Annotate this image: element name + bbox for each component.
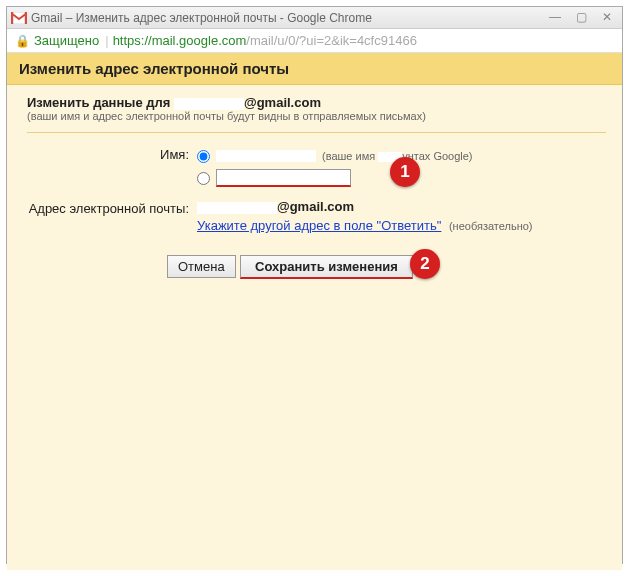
titlebar: Gmail – Изменить адрес электронной почты… (7, 7, 622, 29)
divider (27, 132, 606, 133)
cancel-button[interactable]: Отмена (167, 255, 236, 278)
window-controls: — ▢ ✕ (546, 11, 616, 25)
name-label: Имя: (27, 145, 197, 162)
subtitle-prefix: Изменить данные для (27, 95, 174, 110)
subtitle-note: (ваши имя и адрес электронной почты буду… (27, 110, 606, 122)
redacted-name (174, 98, 244, 110)
reply-to-link[interactable]: Укажите другой адрес в поле "Ответить" (197, 218, 441, 233)
subtitle-email-suffix: @gmail.com (244, 95, 321, 110)
email-label: Адрес электронной почты: (27, 199, 197, 216)
radio-option-custom[interactable] (197, 167, 473, 189)
annotation-1: 1 (390, 157, 420, 187)
svg-rect-1 (11, 12, 13, 24)
radio-custom-name[interactable] (197, 172, 210, 185)
svg-rect-2 (25, 12, 27, 24)
reply-to-optional: (необязательно) (449, 220, 533, 232)
subtitle: Изменить данные для @gmail.com (27, 95, 606, 110)
email-value: @gmail.com (197, 199, 533, 214)
window-title: Gmail – Изменить адрес электронной почты… (31, 11, 546, 25)
page-heading: Изменить адрес электронной почты (7, 53, 622, 85)
redacted-email-local (197, 202, 277, 214)
name-row: Имя: (ваше имя унтах Google) (27, 145, 606, 189)
gmail-icon (11, 12, 27, 24)
redacted-default-name (216, 150, 316, 162)
close-icon[interactable]: ✕ (598, 11, 616, 25)
maximize-icon[interactable]: ▢ (572, 11, 590, 25)
url-host: https://mail.google.com (113, 33, 247, 48)
email-row: Адрес электронной почты: @gmail.com Укаж… (27, 199, 606, 233)
reply-to-row: Укажите другой адрес в поле "Ответить" (… (197, 218, 533, 233)
custom-name-input[interactable] (216, 169, 351, 187)
save-button[interactable]: Сохранить изменения (240, 255, 413, 279)
url-path: /mail/u/0/?ui=2&ik=4cfc91466 (246, 33, 417, 48)
radio-default-name[interactable] (197, 150, 210, 163)
button-row: Отмена Сохранить изменения (167, 255, 606, 279)
annotation-2: 2 (410, 249, 440, 279)
browser-window: Gmail – Изменить адрес электронной почты… (6, 6, 623, 564)
url-separator: | (105, 33, 108, 48)
radio-option-default[interactable]: (ваше имя унтах Google) (197, 145, 473, 167)
content-area: Изменить данные для @gmail.com (ваши имя… (7, 85, 622, 570)
secure-label: Защищено (34, 33, 99, 48)
address-bar[interactable]: 🔒 Защищено | https://mail.google.com/mai… (7, 29, 622, 53)
lock-icon: 🔒 (15, 34, 30, 48)
minimize-icon[interactable]: — (546, 11, 564, 25)
